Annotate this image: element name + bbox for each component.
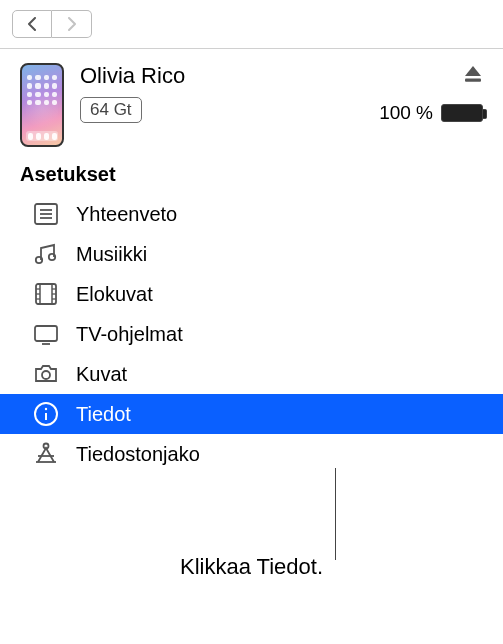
list-icon <box>30 200 62 228</box>
device-header: Olivia Rico 64 Gt 100 % <box>0 49 503 157</box>
eject-icon <box>463 65 483 83</box>
sidebar-item-info[interactable]: Tiedot <box>0 394 503 434</box>
sidebar-item-label: TV-ohjelmat <box>76 323 183 346</box>
battery-status: 100 % <box>379 102 483 124</box>
toolbar <box>0 0 503 48</box>
svg-rect-0 <box>465 79 481 82</box>
sidebar-item-movies[interactable]: Elokuvat <box>0 274 503 314</box>
sidebar-item-label: Elokuvat <box>76 283 153 306</box>
camera-icon <box>30 360 62 388</box>
sidebar-item-label: Yhteenveto <box>76 203 177 226</box>
film-icon <box>30 280 62 308</box>
callout: Klikkaa Tiedot. <box>0 554 503 580</box>
sidebar-item-tv[interactable]: TV-ohjelmat <box>0 314 503 354</box>
device-thumbnail[interactable] <box>20 63 64 147</box>
forward-button[interactable] <box>52 10 92 38</box>
battery-icon <box>441 104 483 122</box>
sidebar-item-filesharing[interactable]: Tiedostonjako <box>0 434 503 474</box>
tv-icon <box>30 320 62 348</box>
callout-text: Klikkaa Tiedot. <box>180 554 323 579</box>
sidebar-item-label: Tiedostonjako <box>76 443 200 466</box>
device-name: Olivia Rico <box>80 63 379 89</box>
apps-icon <box>30 440 62 468</box>
back-button[interactable] <box>12 10 52 38</box>
eject-button[interactable] <box>463 65 483 88</box>
capacity-badge: 64 Gt <box>80 97 142 123</box>
sidebar-item-label: Musiikki <box>76 243 147 266</box>
sidebar-item-photos[interactable]: Kuvat <box>0 354 503 394</box>
battery-text: 100 % <box>379 102 433 124</box>
sidebar-section-title: Asetukset <box>0 157 503 194</box>
svg-point-18 <box>42 371 50 379</box>
svg-rect-16 <box>35 326 57 341</box>
music-icon <box>30 240 62 268</box>
sidebar-item-label: Kuvat <box>76 363 127 386</box>
svg-point-20 <box>45 408 47 410</box>
sidebar-item-music[interactable]: Musiikki <box>0 234 503 274</box>
chevron-right-icon <box>66 17 78 31</box>
info-icon <box>30 400 62 428</box>
sidebar-item-label: Tiedot <box>76 403 131 426</box>
sidebar-item-summary[interactable]: Yhteenveto <box>0 194 503 234</box>
chevron-left-icon <box>26 17 38 31</box>
callout-line <box>335 468 336 560</box>
